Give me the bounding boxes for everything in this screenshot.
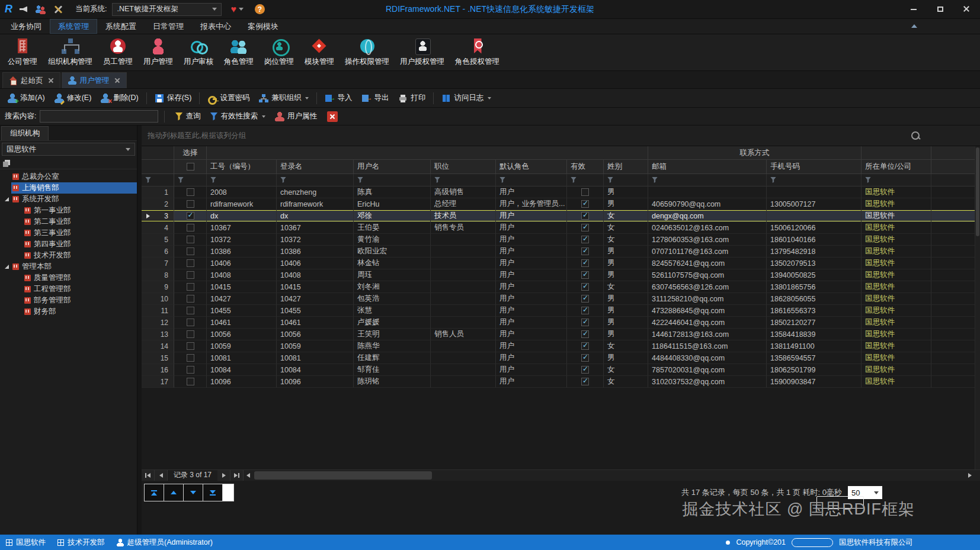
favorites-icon[interactable]: [230, 4, 244, 15]
select-checkbox[interactable]: [187, 259, 194, 267]
user-row-1[interactable]: 12008chenzheng陈真高级销售用户男国思软件: [142, 186, 975, 198]
ribbon-button-company[interactable]: 公司管理: [2, 36, 43, 70]
tree-node-5[interactable]: 第二事业部: [0, 216, 137, 227]
user-row-7[interactable]: 71040610406林金钻用户男8245576241@qq.com135020…: [142, 258, 975, 269]
select-checkbox[interactable]: [187, 378, 194, 385]
toolbar-button-log[interactable]: 访问日志: [437, 91, 495, 106]
tree-node-6[interactable]: 第三事业部: [0, 227, 137, 239]
go-top-button[interactable]: [145, 484, 164, 501]
ribbon-button-user[interactable]: 用户管理: [138, 36, 178, 70]
column-header-valid[interactable]: 有效: [567, 160, 604, 174]
valid-checkbox[interactable]: [581, 188, 589, 196]
tree-node-4[interactable]: 第一事业部: [0, 205, 137, 216]
valid-checkbox[interactable]: [581, 224, 589, 231]
column-header-name[interactable]: 用户名: [354, 160, 431, 174]
select-checkbox[interactable]: [187, 330, 194, 338]
filter-cell-valid[interactable]: [567, 174, 604, 186]
toolbar-button-export[interactable]: 导出: [357, 91, 393, 106]
tools-icon[interactable]: [52, 4, 64, 15]
menu-item-4[interactable]: 日常管理: [145, 19, 192, 34]
menu-item-2[interactable]: 系统管理: [50, 19, 97, 34]
ribbon-button-userauth[interactable]: 用户授权管理: [395, 36, 450, 70]
app-logo[interactable]: R: [5, 3, 12, 15]
filter-cell-login[interactable]: [277, 174, 354, 186]
select-checkbox[interactable]: [187, 283, 194, 291]
sidebar-tab-organization[interactable]: 组织机构: [1, 126, 49, 140]
valid-checkbox[interactable]: [581, 236, 589, 243]
tab-2[interactable]: 用户管理: [62, 72, 127, 88]
filter-cell-title[interactable]: [431, 174, 496, 186]
close-search-button[interactable]: [327, 111, 338, 122]
page-up-button[interactable]: [164, 484, 184, 501]
tree-node-10[interactable]: 质量管理部: [0, 272, 137, 284]
announcement-icon[interactable]: [18, 4, 30, 15]
filter-cell-code[interactable]: [207, 174, 277, 186]
filter-cell-name[interactable]: [354, 174, 431, 186]
valid-checkbox[interactable]: [581, 366, 589, 374]
valid-checkbox[interactable]: [581, 247, 589, 255]
layers-icon[interactable]: [3, 160, 10, 167]
user-row-2[interactable]: 2rdiframeworkrdiframeworkEricHu总经理用户，业务管…: [142, 198, 975, 210]
ribbon-button-module[interactable]: 模块管理: [299, 36, 340, 70]
user-row-8[interactable]: 81040810408周珏用户男5261107575@qq.com1394005…: [142, 269, 975, 281]
filter-cell-role[interactable]: [496, 174, 567, 186]
select-checkbox[interactable]: [187, 200, 194, 208]
ribbon-button-post[interactable]: 岗位管理: [259, 36, 299, 70]
tab-close-icon[interactable]: [114, 78, 120, 83]
collapse-ribbon-icon[interactable]: [911, 24, 917, 28]
user-row-14[interactable]: 141005910059陈燕华用户女1186411515@163.com1381…: [142, 340, 975, 352]
tab-close-icon[interactable]: [48, 78, 54, 83]
select-checkbox[interactable]: [187, 224, 194, 231]
tab-1[interactable]: 起始页: [2, 72, 60, 88]
expander-icon[interactable]: [2, 261, 11, 272]
select-checkbox[interactable]: [187, 247, 194, 255]
toolbar-button-print[interactable]: 打印: [394, 91, 430, 106]
search-button-vfilter[interactable]: 有效性搜索: [206, 109, 270, 124]
toolbar-button-user-del[interactable]: 删除(D): [97, 91, 142, 106]
user-row-16[interactable]: 161008410084邹育佳用户女7857020031@qq.com18062…: [142, 364, 975, 376]
user-row-12[interactable]: 121046110461卢媛媛用户男4222446041@qq.com18502…: [142, 317, 975, 329]
valid-checkbox[interactable]: [581, 330, 589, 338]
column-header-phone[interactable]: 手机号码: [767, 160, 861, 174]
search-button-uattr[interactable]: 用户属性: [271, 109, 321, 124]
next-record-button[interactable]: [217, 470, 230, 481]
maximize-button[interactable]: [927, 0, 953, 18]
user-row-10[interactable]: 101042710427包英浩用户男3111258210@qq.com18628…: [142, 293, 975, 305]
valid-checkbox[interactable]: [581, 319, 589, 326]
toolbar-button-save[interactable]: 保存(S): [150, 91, 196, 106]
user-row-17[interactable]: 171009610096陈玥铭用户女3102037532@qq.com15900…: [142, 376, 975, 388]
select-checkbox[interactable]: [187, 354, 194, 362]
valid-checkbox[interactable]: [581, 354, 589, 362]
horizontal-scrollbar[interactable]: [253, 470, 965, 481]
tree-node-11[interactable]: 工程管理部: [0, 284, 137, 295]
valid-checkbox[interactable]: [581, 307, 589, 314]
ribbon-button-employee[interactable]: 员工管理: [98, 36, 138, 70]
user-row-13[interactable]: 131005610056王笑明销售人员用户男1446172813@163.com…: [142, 329, 975, 340]
valid-checkbox[interactable]: [581, 212, 589, 220]
user-row-4[interactable]: 41036710367王伯晏销售专员用户女0240635012@163.com1…: [142, 222, 975, 234]
vertical-scrollbar[interactable]: [975, 146, 980, 469]
last-record-button[interactable]: [230, 470, 244, 481]
column-header-code[interactable]: 工号（编号）: [207, 160, 277, 174]
toolbar-button-user-add[interactable]: 添加(A): [4, 91, 49, 106]
user-row-9[interactable]: 91041510415刘冬湘用户女6307456563@126.com13801…: [142, 281, 975, 293]
menu-item-6[interactable]: 案例模块: [239, 19, 287, 34]
expander-icon[interactable]: [2, 194, 11, 205]
select-checkbox[interactable]: [187, 307, 194, 314]
menu-item-5[interactable]: 报表中心: [192, 19, 239, 34]
ribbon-button-permission[interactable]: 操作权限管理: [340, 36, 395, 70]
column-header-role[interactable]: 默认角色: [496, 160, 567, 174]
filter-cell-email[interactable]: [648, 174, 767, 186]
filter-cell-phone[interactable]: [767, 174, 861, 186]
tree-node-13[interactable]: 财务部: [0, 306, 137, 317]
search-input[interactable]: [40, 110, 158, 123]
pager-edit-box[interactable]: [223, 484, 233, 501]
valid-checkbox[interactable]: [581, 200, 589, 208]
toolbar-button-org[interactable]: 兼职组织: [255, 91, 313, 106]
select-checkbox[interactable]: [187, 295, 194, 303]
obscured-button[interactable]: [816, 496, 864, 509]
select-checkbox[interactable]: [187, 342, 194, 350]
column-header-email[interactable]: 邮箱: [648, 160, 767, 174]
first-record-button[interactable]: [142, 470, 155, 481]
user-row-6[interactable]: 61038610386欧阳业宏用户男0707101176@163.com1379…: [142, 246, 975, 258]
